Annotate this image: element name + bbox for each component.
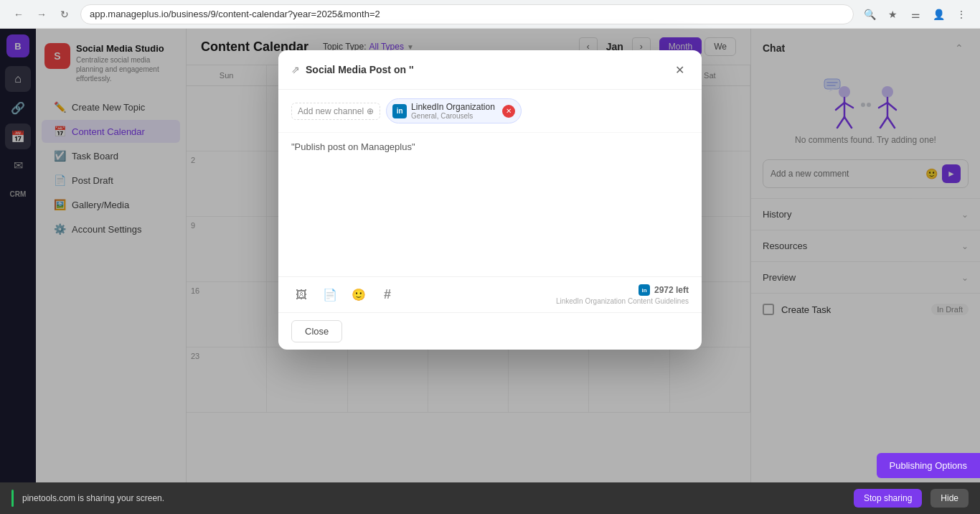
post-toolbar: 🖼 📄 🙂 # in 2972 left LinkedIn Organizati… <box>278 276 702 312</box>
add-channel-button[interactable]: Add new channel ⊕ <box>291 103 380 120</box>
modal-footer: Close <box>278 312 702 350</box>
char-count-network-icon: in <box>639 284 650 296</box>
modal-header: ⇗ Social Media Post on '' ✕ <box>278 50 702 90</box>
url-text: app.manageplus.io/business/9/content-cal… <box>90 9 380 19</box>
browser-menu[interactable]: ⋮ <box>951 4 971 24</box>
browser-chrome: ← → ↻ app.manageplus.io/business/9/conte… <box>0 0 980 29</box>
modal-close-button[interactable]: ✕ <box>670 60 689 79</box>
screen-share-bar: pinetools.com is sharing your screen. St… <box>0 482 980 514</box>
post-text: "Publish post on Manageplus" <box>291 141 689 152</box>
toolbar-hashtag-button[interactable]: # <box>377 285 397 305</box>
channel-info: LinkedIn Organization General, Carousels <box>411 102 495 120</box>
share-text: pinetools.com is sharing your screen. <box>22 493 845 503</box>
publishing-options-button[interactable]: Publishing Options <box>877 453 980 478</box>
toolbar-emoji-button[interactable]: 🙂 <box>349 285 369 305</box>
post-content-area[interactable]: "Publish post on Manageplus" <box>278 133 702 276</box>
channel-section: Add new channel ⊕ in LinkedIn Organizati… <box>278 90 702 133</box>
add-channel-plus-icon: ⊕ <box>367 106 374 116</box>
toolbar-file-button[interactable]: 📄 <box>320 285 340 305</box>
browser-extensions[interactable]: ⚌ <box>905 4 925 24</box>
browser-profile[interactable]: 👤 <box>928 4 948 24</box>
address-bar[interactable]: app.manageplus.io/business/9/content-cal… <box>80 4 854 24</box>
browser-nav-buttons: ← → ↻ <box>9 4 75 24</box>
toolbar-image-button[interactable]: 🖼 <box>291 285 311 305</box>
channel-sub: General, Carousels <box>411 112 495 120</box>
browser-forward[interactable]: → <box>32 4 52 24</box>
content-guidelines-text: LinkedIn Organization Content Guidelines <box>556 297 689 305</box>
browser-search[interactable]: 🔍 <box>859 4 880 24</box>
browser-refresh[interactable]: ↻ <box>55 4 75 24</box>
modal-overlay: ⇗ Social Media Post on '' ✕ Add new chan… <box>0 29 980 514</box>
social-media-post-modal: ⇗ Social Media Post on '' ✕ Add new chan… <box>278 50 702 350</box>
modal-title: Social Media Post on '' <box>306 64 664 75</box>
add-channel-label: Add new channel <box>298 106 364 116</box>
modal-expand-icon[interactable]: ⇗ <box>291 64 300 75</box>
hide-button[interactable]: Hide <box>930 489 969 508</box>
channel-remove-button[interactable]: ✕ <box>502 105 515 118</box>
char-count-area: in 2972 left LinkedIn Organization Conte… <box>556 284 689 305</box>
browser-back[interactable]: ← <box>9 4 29 24</box>
stop-sharing-button[interactable]: Stop sharing <box>854 489 922 508</box>
browser-action-buttons: 🔍 ★ ⚌ 👤 ⋮ <box>859 4 971 24</box>
modal-close-footer-button[interactable]: Close <box>291 320 342 342</box>
linkedin-channel-tag: in LinkedIn Organization General, Carous… <box>386 98 522 123</box>
browser-bookmark[interactable]: ★ <box>882 4 903 24</box>
channel-name: LinkedIn Organization <box>411 102 495 112</box>
char-count-number: 2972 left <box>654 285 689 295</box>
share-indicator <box>11 490 14 507</box>
linkedin-icon: in <box>392 104 407 118</box>
char-count: in 2972 left <box>639 284 689 296</box>
